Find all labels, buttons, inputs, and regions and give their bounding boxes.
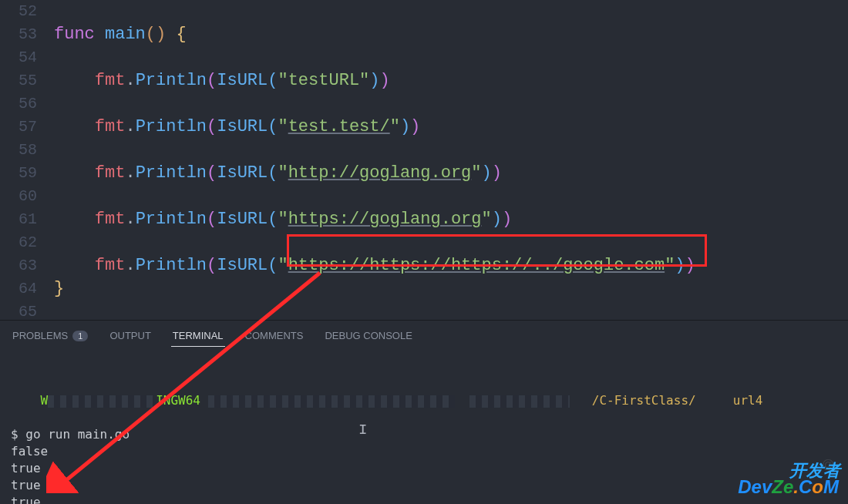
code-content: } bbox=[54, 277, 64, 301]
terminal-output: true bbox=[11, 477, 837, 494]
code-content: fmt.Println(IsURL("https://https://https… bbox=[54, 254, 695, 277]
code-content: func main() { bbox=[54, 23, 187, 46]
text-cursor-icon: I bbox=[358, 422, 367, 438]
terminal-panel[interactable]: WINGW64 /C-FirstClass/ url4 $ go run mai… bbox=[0, 351, 848, 504]
line-number: 53 bbox=[0, 23, 54, 46]
terminal-output: false bbox=[11, 443, 837, 460]
line-number: 57 bbox=[0, 116, 54, 139]
tab-output[interactable]: OUTPUT bbox=[108, 325, 152, 346]
tab-terminal[interactable]: TERMINAL bbox=[171, 325, 225, 347]
code-content: fmt.Println(IsURL("http://goglang.org")) bbox=[54, 162, 502, 185]
tab-comments[interactable]: COMMENTS bbox=[244, 325, 305, 346]
problems-badge: 1 bbox=[72, 331, 88, 341]
line-number: 62 bbox=[0, 231, 54, 254]
terminal-prompt-line: WINGW64 /C-FirstClass/ url4 bbox=[11, 375, 837, 426]
watermark-brand: 开发者 DevZe.CoM bbox=[738, 476, 839, 498]
line-number: 64 bbox=[0, 277, 54, 301]
line-number: 54 bbox=[0, 46, 54, 69]
line-number: 61 bbox=[0, 208, 54, 231]
code-content: fmt.Println(IsURL("https://goglang.org")… bbox=[54, 208, 512, 231]
code-content: fmt.Println(IsURL("testURL")) bbox=[54, 69, 390, 92]
tab-problems[interactable]: PROBLEMS 1 bbox=[11, 325, 89, 346]
terminal-output: true bbox=[11, 494, 837, 504]
line-number: 52 bbox=[0, 0, 54, 23]
line-number: 56 bbox=[0, 92, 54, 116]
terminal-command: $ go run main.go bbox=[11, 426, 837, 443]
code-content: fmt.Println(IsURL("test.test/")) bbox=[54, 116, 420, 139]
line-number: 59 bbox=[0, 162, 54, 185]
line-number: 58 bbox=[0, 139, 54, 162]
terminal-output: true bbox=[11, 460, 837, 477]
code-editor[interactable]: 52 53 func main() { 54 55 fmt.Println(Is… bbox=[0, 0, 848, 320]
panel-tabs: PROBLEMS 1 OUTPUT TERMINAL COMMENTS DEBU… bbox=[0, 320, 848, 351]
tab-debug-console[interactable]: DEBUG CONSOLE bbox=[323, 325, 413, 346]
line-number: 60 bbox=[0, 185, 54, 208]
line-number: 63 bbox=[0, 254, 54, 277]
line-number: 65 bbox=[0, 301, 54, 324]
line-number: 55 bbox=[0, 69, 54, 92]
